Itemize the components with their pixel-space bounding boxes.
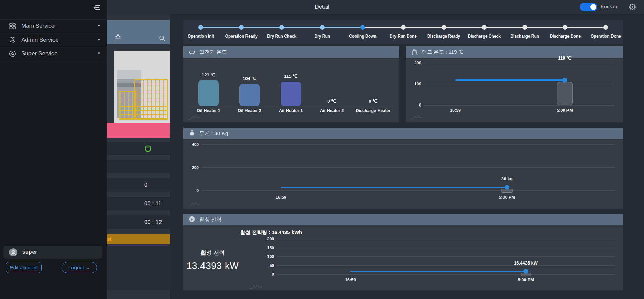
step-connector: [484, 27, 525, 28]
step-dot: [198, 25, 203, 30]
sidebar: Main Service ▾ Admin Service ▾ Super Ser…: [0, 0, 107, 299]
power-icon[interactable]: [144, 144, 152, 153]
heater-bar-column: 0 ℃: [351, 58, 395, 106]
step-connector: [201, 27, 241, 28]
arrow-right-icon: →: [85, 264, 90, 270]
yellow-cage: [134, 79, 168, 120]
shield-user-icon: [9, 36, 16, 44]
row-value: 0: [144, 182, 147, 188]
hover-band: [557, 82, 573, 105]
heater-bar-column: 0 ℃: [310, 58, 354, 106]
panel-title: 탱크 온도 : 119 ℃: [422, 49, 463, 55]
category-label: Oil Heater 1: [187, 108, 231, 113]
panel-header: 탱크 온도 : 119 ℃: [406, 46, 623, 58]
point-label: 16.4435 kW: [502, 260, 550, 266]
step-connector: [525, 27, 565, 28]
gear-icon[interactable]: ⚙: [628, 1, 636, 13]
search-icon[interactable]: [158, 34, 166, 42]
sidebar-item-label: Admin Service: [21, 37, 59, 43]
sparkline-watermark-icon: [188, 201, 201, 207]
left-detail-column: 스 0 00 : 11 00 : 12: [102, 14, 170, 299]
panel-header: 무게 : 30 Kg: [183, 128, 623, 139]
bar-value-label: 115 ℃: [269, 74, 313, 79]
list-item: 00 : 12: [102, 215, 170, 229]
step-dot: [603, 25, 608, 30]
grid-icon: [9, 22, 16, 30]
user-chip: super: [3, 246, 102, 259]
left-tab-text-fragment: 스: [114, 32, 122, 42]
weight-line: [281, 187, 507, 188]
panel-title: 무게 : 30 Kg: [199, 130, 228, 137]
heater-bar: [198, 80, 219, 106]
collapse-sidebar-icon[interactable]: [93, 4, 101, 12]
temperature-line: [455, 79, 565, 81]
chevron-down-icon: ▾: [98, 37, 100, 42]
category-label: Air Heater 2: [310, 108, 354, 113]
yellow-cage: [119, 91, 136, 120]
panel-title: 활성 전력: [199, 216, 222, 223]
pink-status-bar: [102, 123, 170, 138]
logout-button[interactable]: Logout →: [62, 262, 97, 273]
bar-value-label: 121 ℃: [187, 72, 231, 77]
step-dot: [279, 25, 284, 30]
point-label: 30 kg: [483, 176, 531, 181]
data-point-dot: [523, 269, 528, 274]
data-point-dot: [505, 185, 509, 190]
step-dot: [239, 25, 244, 30]
amber-status-bar: st: [102, 234, 170, 244]
avatar: [9, 248, 18, 257]
panel-header: 활성 전력: [183, 214, 623, 225]
step-dot: [563, 25, 567, 30]
step-dot: [401, 25, 406, 30]
username: super: [22, 249, 37, 255]
power-line: [350, 271, 526, 272]
sidebar-item-admin-service[interactable]: Admin Service ▾: [0, 33, 107, 47]
sidebar-item-label: Super Service: [21, 50, 58, 57]
edit-account-button[interactable]: Edit account: [6, 262, 42, 273]
heater-icon: [189, 48, 196, 56]
step-connector: [363, 27, 403, 28]
list-item: [102, 160, 170, 173]
chevron-down-icon: ▾: [98, 51, 100, 56]
heater-bar-column: 104 ℃: [228, 58, 272, 106]
heater-bar: [239, 84, 260, 106]
heater-bar: [281, 82, 301, 106]
step-dot: [482, 25, 487, 30]
language-toggle[interactable]: [580, 3, 597, 11]
dark-block: [102, 246, 170, 290]
step-connector: [322, 27, 363, 28]
amber-text-fragment: st: [107, 236, 111, 242]
detail-page: Detail Korean ⚙ 스 0: [0, 0, 644, 299]
category-label: Air Heater 1: [269, 108, 313, 113]
bar-value-label: 0 ℃: [351, 99, 395, 104]
tank-icon: [411, 48, 418, 56]
weight-panel: 무게 : 30 Kg 400 200 0 30 kg 16:59 5:00 PM: [183, 128, 623, 209]
step-connector: [444, 27, 485, 28]
sidebar-item-super-service[interactable]: Super Service ▾: [0, 47, 107, 61]
sparkline-watermark-icon: [410, 114, 423, 120]
sparkline-watermark-icon: [188, 114, 201, 120]
step-dot: [360, 25, 365, 30]
category-label: Discharge Heater: [351, 108, 395, 113]
tank-temperature-panel: 탱크 온도 : 119 ℃ 200 100 0 119 ℃ 16:59 5:00…: [406, 46, 623, 122]
chevron-down-icon: ▾: [98, 23, 100, 28]
sidebar-item-main-service[interactable]: Main Service ▾: [0, 19, 107, 33]
list-item: [102, 142, 170, 155]
chart-title: 활성 전력량 : 16.4435 kWh: [203, 229, 339, 236]
list-item: 00 : 11: [102, 197, 170, 210]
bar-value-label: 104 ℃: [228, 76, 272, 81]
machine-photo: [114, 51, 170, 123]
step-connector: [282, 27, 322, 28]
metric-value: 13.4393 kW: [186, 260, 240, 271]
play-icon[interactable]: [144, 162, 152, 171]
step-connector: [565, 27, 606, 28]
data-point-dot: [562, 78, 567, 83]
star-circle-icon: [9, 50, 16, 58]
toggle-knob: [590, 4, 596, 10]
bolt-icon: [189, 216, 196, 223]
step-connector: [241, 27, 282, 28]
metric-label: 활성 전력: [186, 249, 240, 257]
row-value: 00 : 11: [144, 201, 162, 207]
heater-bar-column: 121 ℃: [187, 58, 231, 106]
active-power-panel: 활성 전력 활성 전력량 : 16.4435 kWh 활성 전력 13.4393…: [183, 214, 623, 290]
